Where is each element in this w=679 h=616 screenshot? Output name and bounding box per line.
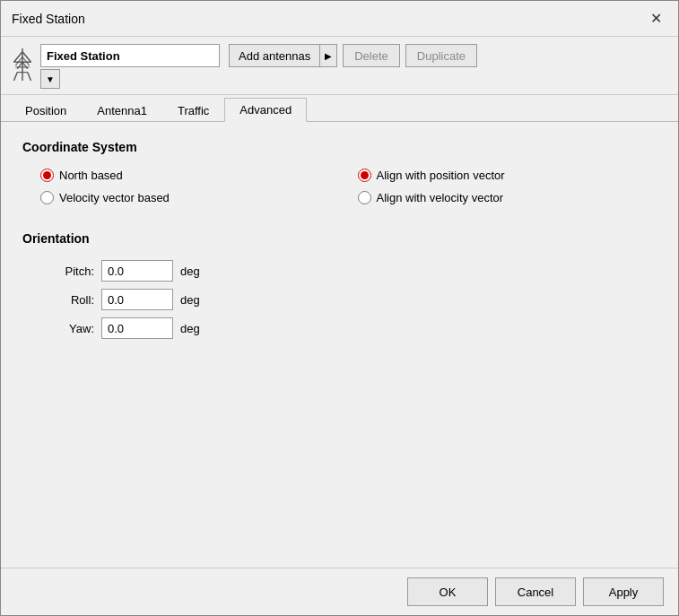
pitch-label: Pitch:	[58, 265, 94, 278]
dialog: Fixed Station ✕ ▼ Add antennas ▶ De	[0, 0, 679, 616]
close-button[interactable]: ✕	[645, 8, 667, 29]
add-antennas-button[interactable]: Add antennas	[229, 44, 319, 67]
svg-line-10	[14, 73, 18, 82]
toolbar: ▼ Add antennas ▶ Delete Duplicate	[1, 37, 678, 95]
orientation-grid: Pitch: deg Roll: deg Yaw: deg	[22, 260, 657, 339]
tab-antenna1[interactable]: Antenna1	[82, 98, 162, 122]
dialog-title: Fixed Station	[12, 12, 85, 26]
orientation-title: Orientation	[22, 231, 657, 246]
radio-north-based-label: North based	[59, 169, 123, 182]
pitch-unit: deg	[180, 265, 200, 278]
content-area: Coordinate System North based Align with…	[1, 122, 678, 568]
footer: OK Cancel Apply	[1, 568, 678, 615]
yaw-unit: deg	[180, 322, 200, 335]
yaw-row: Yaw: deg	[58, 317, 657, 339]
svg-line-11	[28, 73, 31, 82]
delete-button[interactable]: Delete	[343, 44, 400, 67]
station-dropdown-button[interactable]: ▼	[40, 69, 60, 89]
radio-align-velocity-label: Align with velocity vector	[377, 191, 504, 204]
radio-align-position-label: Align with position vector	[377, 169, 505, 182]
title-bar: Fixed Station ✕	[1, 1, 678, 37]
radio-north-based[interactable]: North based	[40, 169, 340, 182]
svg-line-1	[14, 52, 23, 62]
roll-input[interactable]	[101, 289, 173, 310]
svg-line-2	[22, 52, 31, 62]
tower-icon	[10, 48, 35, 82]
add-antennas-group: Add antennas ▶	[229, 44, 337, 67]
yaw-label: Yaw:	[58, 322, 94, 335]
tab-advanced[interactable]: Advanced	[224, 98, 307, 122]
yaw-input[interactable]	[101, 317, 173, 339]
add-antennas-arrow-button[interactable]: ▶	[319, 44, 337, 67]
pitch-row: Pitch: deg	[58, 260, 657, 282]
station-name-input[interactable]	[40, 44, 220, 67]
radio-align-position[interactable]: Align with position vector	[358, 169, 657, 182]
cancel-button[interactable]: Cancel	[495, 577, 576, 606]
roll-row: Roll: deg	[58, 289, 657, 310]
ok-button[interactable]: OK	[407, 577, 488, 606]
coordinate-system-section: Coordinate System North based Align with…	[22, 140, 657, 204]
pitch-input[interactable]	[101, 260, 173, 282]
radio-align-velocity[interactable]: Align with velocity vector	[358, 191, 657, 204]
coordinate-system-title: Coordinate System	[22, 140, 657, 154]
radio-velocity-vector[interactable]: Velocity vector based	[40, 191, 340, 204]
coordinate-radio-group: North based Align with position vector V…	[22, 169, 657, 204]
roll-unit: deg	[180, 293, 200, 307]
apply-button[interactable]: Apply	[583, 577, 664, 606]
tab-traffic[interactable]: Traffic	[162, 98, 224, 122]
duplicate-button[interactable]: Duplicate	[405, 44, 477, 67]
orientation-section: Orientation Pitch: deg Roll: deg Yaw: de…	[22, 231, 657, 339]
tab-position[interactable]: Position	[10, 98, 82, 122]
tabs: Position Antenna1 Traffic Advanced	[1, 97, 678, 122]
roll-label: Roll:	[58, 293, 94, 307]
radio-velocity-vector-label: Velocity vector based	[59, 191, 170, 204]
